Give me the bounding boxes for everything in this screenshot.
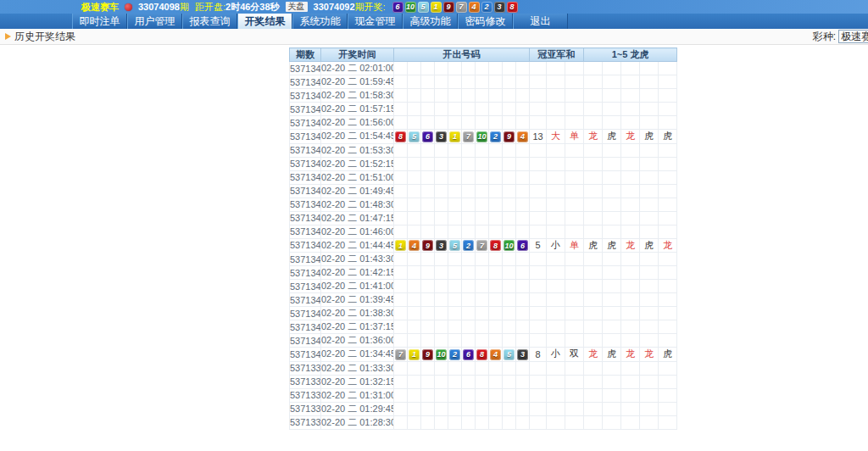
ball-cell bbox=[408, 62, 421, 75]
ball-cell bbox=[503, 89, 516, 103]
ball-cell: 5 bbox=[448, 238, 462, 253]
dragon-tiger-cell bbox=[640, 361, 659, 375]
parity-cell bbox=[565, 170, 584, 184]
parity-cell bbox=[565, 89, 584, 103]
ball-cell bbox=[516, 157, 530, 170]
ball-cell bbox=[435, 320, 448, 334]
dragon-tiger-cell bbox=[584, 266, 603, 280]
ball-cell bbox=[462, 293, 476, 307]
ball-cell bbox=[503, 62, 516, 75]
dragon-tiger-cell bbox=[621, 103, 640, 116]
lottery-type-filter: 彩种: 极速赛车 bbox=[813, 30, 868, 44]
dragon-tiger-cell bbox=[621, 211, 640, 225]
ball-1: 1 bbox=[449, 131, 460, 142]
ball-cell bbox=[489, 143, 503, 157]
dragon-tiger-cell bbox=[659, 143, 677, 157]
ball-cell bbox=[448, 266, 462, 280]
time-cell: 02-20 二 01:51:00 bbox=[321, 170, 394, 184]
nav-tabs: 即时注单用户管理报表查询开奖结果系统功能现金管理高级功能密码修改退出 bbox=[0, 14, 868, 29]
nav-tab[interactable]: 退出 bbox=[513, 14, 568, 29]
nav-tab[interactable]: 报表查询 bbox=[182, 14, 237, 29]
page-title: 历史开奖结果 bbox=[14, 30, 75, 44]
sum-cell bbox=[530, 184, 547, 198]
ball-cell bbox=[435, 307, 448, 320]
dragon-tiger-cell bbox=[621, 89, 640, 103]
time-cell: 02-20 二 01:59:45 bbox=[321, 75, 394, 89]
dragon-tiger-cell bbox=[621, 253, 640, 266]
ball-cell: 7 bbox=[476, 238, 489, 253]
ball-cell bbox=[394, 103, 408, 116]
ball-cell bbox=[503, 266, 516, 280]
ball-cell bbox=[476, 198, 489, 211]
ball-cell bbox=[394, 253, 408, 266]
ball-cell bbox=[503, 143, 516, 157]
sound-icon bbox=[125, 3, 132, 11]
nav-tab[interactable]: 即时注单 bbox=[72, 14, 127, 29]
ball-1: 1 bbox=[395, 240, 406, 251]
size-cell bbox=[547, 170, 565, 184]
sum-cell bbox=[530, 361, 547, 375]
ball-3: 3 bbox=[436, 240, 447, 251]
ball-cell bbox=[394, 225, 408, 238]
table-row: 5371340702-20 二 01:43:30 bbox=[290, 253, 677, 266]
lottery-type-select[interactable]: 极速赛车 bbox=[838, 30, 868, 43]
nav-tab[interactable]: 现金管理 bbox=[348, 14, 403, 29]
nav-tab[interactable]: 高级功能 bbox=[403, 14, 458, 29]
countdown: 距开盘:2时46分38秒 bbox=[195, 1, 280, 14]
ball-cell: 2 bbox=[462, 238, 476, 253]
ball-cell: 3 bbox=[435, 130, 448, 144]
dragon-tiger-cell: 虎 bbox=[584, 238, 603, 253]
sum-cell bbox=[530, 334, 547, 348]
ball-6: 6 bbox=[463, 349, 474, 360]
ball-cell: 9 bbox=[421, 348, 435, 362]
table-row: 5371339902-20 二 01:33:30 bbox=[290, 361, 677, 375]
ball-cell bbox=[476, 320, 489, 334]
dragon-tiger-cell: 龙 bbox=[659, 238, 677, 253]
ball-cell bbox=[435, 388, 448, 402]
dragon-tiger-cell bbox=[659, 320, 677, 334]
ball-cell bbox=[489, 62, 503, 75]
sum-cell bbox=[530, 293, 547, 307]
dragon-tiger-cell bbox=[640, 253, 659, 266]
table-row: 5371340502-20 二 01:41:00 bbox=[290, 280, 677, 293]
dragon-tiger-cell: 虎 bbox=[659, 348, 677, 362]
dragon-tiger-cell bbox=[659, 62, 677, 75]
ball-cell bbox=[462, 157, 476, 170]
parity-cell bbox=[565, 280, 584, 293]
dragon-tiger-cell bbox=[659, 198, 677, 211]
ball-cell bbox=[516, 225, 530, 238]
table-row: 5371340602-20 二 01:42:15 bbox=[290, 266, 677, 280]
ball-4: 4 bbox=[490, 349, 501, 360]
nav-tab[interactable]: 密码修改 bbox=[458, 14, 513, 29]
ball-cell bbox=[421, 334, 435, 348]
dragon-tiger-cell bbox=[603, 293, 621, 307]
nav-tab[interactable]: 开奖结果 bbox=[237, 14, 292, 29]
ball-cell bbox=[408, 75, 421, 89]
parity-cell bbox=[565, 75, 584, 89]
ball-6: 6 bbox=[517, 240, 528, 251]
ball-cell bbox=[476, 184, 489, 198]
dragon-tiger-cell: 龙 bbox=[584, 130, 603, 144]
dragon-tiger-cell bbox=[603, 361, 621, 375]
ball-cell bbox=[489, 75, 503, 89]
ball-cell bbox=[489, 293, 503, 307]
ball-2: 2 bbox=[449, 349, 460, 360]
ball-cell bbox=[408, 266, 421, 280]
ball-8: 8 bbox=[507, 2, 518, 13]
ball-cell bbox=[516, 253, 530, 266]
ball-cell bbox=[489, 266, 503, 280]
dragon-tiger-cell: 龙 bbox=[640, 348, 659, 362]
parity-cell bbox=[565, 198, 584, 211]
dragon-tiger-cell bbox=[640, 75, 659, 89]
nav-tab[interactable]: 用户管理 bbox=[127, 14, 182, 29]
time-cell: 02-20 二 01:58:30 bbox=[321, 89, 394, 103]
dragon-tiger-cell bbox=[584, 89, 603, 103]
size-cell bbox=[547, 266, 565, 280]
nav-tab[interactable]: 系统功能 bbox=[292, 14, 348, 29]
ball-cell bbox=[408, 280, 421, 293]
ball-cell bbox=[503, 253, 516, 266]
time-cell: 02-20 二 01:29:45 bbox=[321, 402, 394, 415]
size-cell bbox=[547, 103, 565, 116]
ball-cell bbox=[448, 320, 462, 334]
ball-cell bbox=[503, 320, 516, 334]
